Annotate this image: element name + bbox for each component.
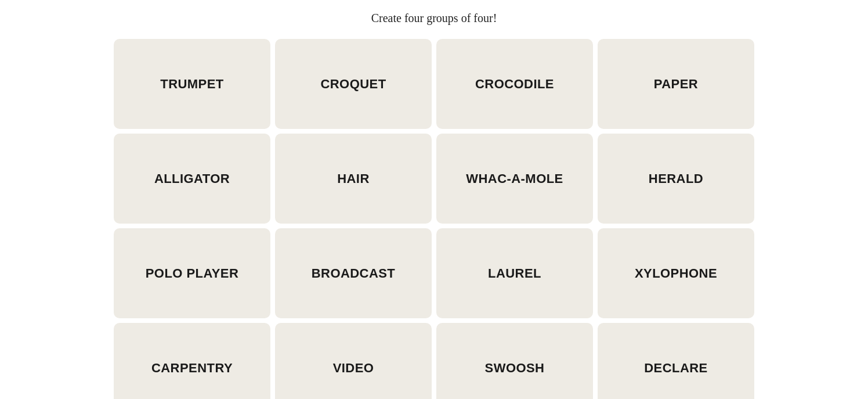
tile-label-laurel: LAUREL (488, 266, 541, 281)
tile-label-alligator: ALLIGATOR (154, 171, 230, 186)
tile-label-hair: HAIR (337, 171, 370, 186)
tile-label-paper: PAPER (654, 77, 698, 92)
tile-label-croquet: CROQUET (320, 77, 386, 92)
tile-label-crocodile: CROCODILE (475, 77, 554, 92)
tile-alligator[interactable]: ALLIGATOR (114, 134, 270, 224)
tile-label-xylophone: XYLOPHONE (635, 266, 717, 281)
tile-polo-player[interactable]: POLO PLAYER (114, 228, 270, 318)
tile-label-declare: DECLARE (644, 361, 707, 376)
tile-paper[interactable]: PAPER (598, 39, 754, 129)
tile-xylophone[interactable]: XYLOPHONE (598, 228, 754, 318)
tile-label-video: VIDEO (333, 361, 374, 376)
tile-trumpet[interactable]: TRUMPET (114, 39, 270, 129)
tile-croquet[interactable]: CROQUET (275, 39, 432, 129)
tile-video[interactable]: VIDEO (275, 323, 432, 399)
tile-label-herald: HERALD (649, 171, 703, 186)
tile-hair[interactable]: HAIR (275, 134, 432, 224)
tile-carpentry[interactable]: CARPENTRY (114, 323, 270, 399)
tile-label-trumpet: TRUMPET (160, 77, 223, 92)
tile-whac-a-mole[interactable]: WHAC-A-MOLE (436, 134, 593, 224)
tile-label-whac-a-mole: WHAC-A-MOLE (466, 171, 563, 186)
game-subtitle: Create four groups of four! (371, 12, 497, 25)
tile-declare[interactable]: DECLARE (598, 323, 754, 399)
tile-herald[interactable]: HERALD (598, 134, 754, 224)
tile-laurel[interactable]: LAUREL (436, 228, 593, 318)
tile-broadcast[interactable]: BROADCAST (275, 228, 432, 318)
word-grid: TRUMPETCROQUETCROCODILEPAPERALLIGATORHAI… (114, 39, 754, 399)
tile-label-carpentry: CARPENTRY (151, 361, 233, 376)
tile-swoosh[interactable]: SWOOSH (436, 323, 593, 399)
tile-label-polo-player: POLO PLAYER (146, 266, 239, 281)
tile-crocodile[interactable]: CROCODILE (436, 39, 593, 129)
tile-label-swoosh: SWOOSH (485, 361, 545, 376)
tile-label-broadcast: BROADCAST (312, 266, 396, 281)
